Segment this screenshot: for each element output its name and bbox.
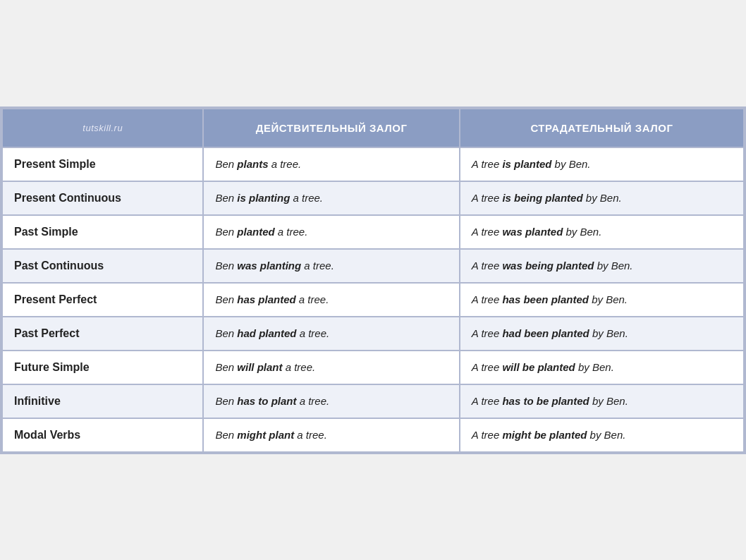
tense-label: Present Simple xyxy=(14,158,96,170)
tense-cell: Infinitive xyxy=(2,384,203,418)
tense-cell: Past Continuous xyxy=(2,249,203,283)
table-row: Past PerfectBen had planted a tree.A tre… xyxy=(2,317,744,351)
tense-label: Infinitive xyxy=(14,395,61,407)
active-sentence-cell: Ben has to plant a tree. xyxy=(203,384,459,418)
active-sentence-cell: Ben might plant a tree. xyxy=(203,418,459,452)
header-col1: tutskill.ru xyxy=(2,109,203,147)
passive-sentence-cell: A tree had been planted by Ben. xyxy=(460,317,744,351)
table-body: Present SimpleBen plants a tree.A tree i… xyxy=(2,147,744,452)
tense-label: Future Simple xyxy=(14,361,90,373)
passive-sentence-cell: A tree was planted by Ben. xyxy=(460,215,744,249)
tense-cell: Present Continuous xyxy=(2,181,203,215)
tense-label: Present Continuous xyxy=(14,192,121,204)
header-col3: СТРАДАТЕЛЬНЫЙ ЗАЛОГ xyxy=(460,109,744,147)
table-row: Present ContinuousBen is planting a tree… xyxy=(2,181,744,215)
passive-sentence-cell: A tree has to be planted by Ben. xyxy=(460,384,744,418)
passive-sentence-cell: A tree is being planted by Ben. xyxy=(460,181,744,215)
active-sentence-cell: Ben had planted a tree. xyxy=(203,317,459,351)
table-row: InfinitiveBen has to plant a tree.A tree… xyxy=(2,384,744,418)
tense-cell: Past Simple xyxy=(2,215,203,249)
passive-sentence-cell: A tree is planted by Ben. xyxy=(460,147,744,181)
tense-cell: Past Perfect xyxy=(2,317,203,351)
table-row: Past SimpleBen planted a tree.A tree was… xyxy=(2,215,744,249)
active-sentence-cell: Ben will plant a tree. xyxy=(203,351,459,384)
grammar-table: tutskill.ru ДЕЙСТВИТЕЛЬНЫЙ ЗАЛОГ СТРАДАТ… xyxy=(1,108,745,453)
tense-label: Past Continuous xyxy=(14,260,104,272)
tense-cell: Future Simple xyxy=(2,351,203,384)
tense-cell: Present Perfect xyxy=(2,283,203,317)
table-row: Modal VerbsBen might plant a tree.A tree… xyxy=(2,418,744,452)
passive-sentence-cell: A tree might be planted by Ben. xyxy=(460,418,744,452)
passive-sentence-cell: A tree has been planted by Ben. xyxy=(460,283,744,317)
passive-sentence-cell: A tree will be planted by Ben. xyxy=(460,351,744,384)
tense-cell: Modal Verbs xyxy=(2,418,203,452)
active-sentence-cell: Ben has planted a tree. xyxy=(203,283,459,317)
table-header-row: tutskill.ru ДЕЙСТВИТЕЛЬНЫЙ ЗАЛОГ СТРАДАТ… xyxy=(2,109,744,147)
active-sentence-cell: Ben is planting a tree. xyxy=(203,181,459,215)
table-row: Future SimpleBen will plant a tree.A tre… xyxy=(2,351,744,384)
header-col2: ДЕЙСТВИТЕЛЬНЫЙ ЗАЛОГ xyxy=(203,109,459,147)
grammar-table-container: tutskill.ru ДЕЙСТВИТЕЛЬНЫЙ ЗАЛОГ СТРАДАТ… xyxy=(0,106,746,454)
tense-label: Past Simple xyxy=(14,226,78,238)
tense-label: Past Perfect xyxy=(14,327,80,339)
table-row: Past ContinuousBen was planting a tree.A… xyxy=(2,249,744,283)
tense-label: Present Perfect xyxy=(14,293,97,305)
tense-cell: Present Simple xyxy=(2,147,203,181)
active-sentence-cell: Ben plants a tree. xyxy=(203,147,459,181)
table-row: Present PerfectBen has planted a tree.A … xyxy=(2,283,744,317)
active-sentence-cell: Ben was planting a tree. xyxy=(203,249,459,283)
passive-sentence-cell: A tree was being planted by Ben. xyxy=(460,249,744,283)
table-row: Present SimpleBen plants a tree.A tree i… xyxy=(2,147,744,181)
active-sentence-cell: Ben planted a tree. xyxy=(203,215,459,249)
tense-label: Modal Verbs xyxy=(14,429,80,441)
